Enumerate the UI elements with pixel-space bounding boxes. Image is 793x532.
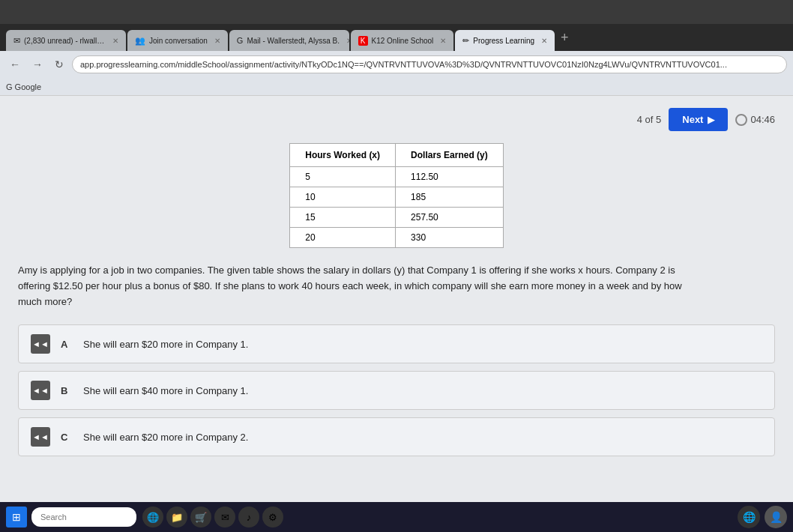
mail-icon: G	[237, 36, 244, 45]
taskbar-settings-icon: ⚙	[268, 512, 277, 523]
google-bookmark[interactable]: G Google	[6, 82, 41, 91]
taskbar-mail-icon: ✉	[221, 512, 229, 523]
taskbar-icon-6[interactable]: ⚙	[262, 507, 283, 528]
taskbar-icon-5[interactable]: ♪	[238, 507, 259, 528]
option-b-letter: B	[61, 385, 73, 396]
main-content: 4 of 5 Next ▶ 04:46 Hours Worked (x) Dol…	[0, 96, 793, 502]
taskbar-store-icon: 🛒	[195, 512, 207, 523]
cell-x2: 10	[290, 187, 396, 208]
tab-close-icon[interactable]: ✕	[541, 37, 547, 45]
tab-email[interactable]: ✉ (2,830 unread) - rlwallersted ✕	[6, 30, 126, 51]
data-table-container: Hours Worked (x) Dollars Earned (y) 5 11…	[18, 143, 775, 248]
question-text: Amy is applying for a job in two compani…	[18, 263, 693, 309]
top-controls: 4 of 5 Next ▶ 04:46	[18, 108, 775, 131]
option-c-letter: C	[61, 432, 73, 443]
tab-k12[interactable]: K K12 Online School ✕	[351, 30, 454, 51]
speaker-b-button[interactable]: ◄◄	[31, 381, 50, 400]
tab-close-icon[interactable]: ✕	[346, 37, 349, 45]
address-bar-row: ← → ↻	[0, 51, 793, 78]
taskbar-pinned-icons: 🌐 📁 🛒 ✉ ♪ ⚙	[142, 507, 283, 528]
table-row: 20 330	[290, 228, 504, 248]
email-icon: ✉	[13, 36, 20, 46]
table-row: 10 185	[290, 187, 504, 208]
table-row: 5 112.50	[290, 167, 504, 187]
forward-button[interactable]: →	[28, 57, 46, 72]
bookmarks-bar: G Google	[0, 78, 793, 96]
taskbar-icon-3[interactable]: 🛒	[190, 507, 211, 528]
tab-progress-learning[interactable]: ✏ Progress Learning ✕	[455, 30, 555, 51]
back-button[interactable]: ←	[6, 57, 24, 72]
col-hours-header: Hours Worked (x)	[290, 144, 396, 167]
reload-button[interactable]: ↻	[51, 57, 67, 72]
cell-y2: 185	[396, 187, 504, 208]
taskbar-app-icon: 🌐	[147, 512, 159, 523]
cell-x1: 5	[290, 167, 396, 187]
taskbar-icon-2[interactable]: 📁	[166, 507, 187, 528]
answer-options: ◄◄ A She will earn $20 more in Company 1…	[18, 324, 775, 456]
speaker-c-button[interactable]: ◄◄	[31, 427, 50, 447]
browser-title-bar	[0, 0, 793, 24]
table-row: 15 257.50	[290, 208, 504, 228]
taskbar-icon-1[interactable]: 🌐	[142, 507, 163, 528]
option-a[interactable]: ◄◄ A She will earn $20 more in Company 1…	[18, 324, 775, 363]
col-dollars-header: Dollars Earned (y)	[396, 144, 504, 167]
speaker-a-button[interactable]: ◄◄	[31, 334, 50, 354]
taskbar-music-icon: ♪	[247, 512, 252, 523]
next-arrow-icon: ▶	[708, 115, 714, 125]
salary-table: Hours Worked (x) Dollars Earned (y) 5 11…	[289, 143, 504, 248]
taskbar-search-input[interactable]	[31, 507, 136, 527]
progress-icon: ✏	[462, 36, 469, 46]
clock-icon	[735, 114, 747, 126]
next-button[interactable]: Next ▶	[669, 108, 728, 131]
progress-indicator: 4 of 5	[637, 114, 662, 125]
tab-join[interactable]: 👥 Join conversation ✕	[127, 30, 228, 51]
windows-icon: ⊞	[12, 511, 21, 523]
cell-y3: 257.50	[396, 208, 504, 228]
address-input[interactable]	[72, 55, 787, 73]
chrome-icon: 🌐	[743, 511, 756, 523]
tab-close-icon[interactable]: ✕	[440, 37, 446, 45]
option-a-letter: A	[61, 339, 73, 350]
k12-icon: K	[358, 36, 368, 46]
option-a-text: She will earn $20 more in Company 1.	[83, 339, 248, 350]
cell-y4: 330	[396, 228, 504, 248]
cell-x3: 15	[290, 208, 396, 228]
option-c[interactable]: ◄◄ C She will earn $20 more in Company 2…	[18, 417, 775, 456]
windows-start-button[interactable]: ⊞	[6, 507, 27, 528]
option-b[interactable]: ◄◄ B She will earn $40 more in Company 1…	[18, 371, 775, 410]
taskbar-chrome-icon[interactable]: 🌐	[738, 506, 760, 528]
taskbar-folder-icon: 📁	[171, 512, 183, 523]
tab-mail[interactable]: G Mail - Wallerstedt, Alyssa B. ✕	[229, 30, 349, 51]
taskbar-icon-4[interactable]: ✉	[214, 507, 235, 528]
taskbar: ⊞ 🌐 📁 🛒 ✉ ♪ ⚙ 🌐 👤	[0, 502, 793, 532]
user-avatar-icon: 👤	[770, 511, 783, 523]
cell-y1: 112.50	[396, 167, 504, 187]
cell-x4: 20	[290, 228, 396, 248]
tab-close-icon[interactable]: ✕	[214, 37, 220, 45]
taskbar-user-icon[interactable]: 👤	[765, 506, 787, 528]
join-icon: 👥	[135, 36, 145, 46]
tab-bar: ✉ (2,830 unread) - rlwallersted ✕ 👥 Join…	[0, 24, 793, 51]
tab-close-icon[interactable]: ✕	[112, 37, 118, 45]
taskbar-right-section: 🌐 👤	[738, 506, 787, 528]
new-tab-button[interactable]: +	[556, 30, 573, 46]
option-c-text: She will earn $20 more in Company 2.	[83, 432, 248, 443]
timer-display: 04:46	[735, 114, 775, 126]
option-b-text: She will earn $40 more in Company 1.	[83, 385, 248, 396]
